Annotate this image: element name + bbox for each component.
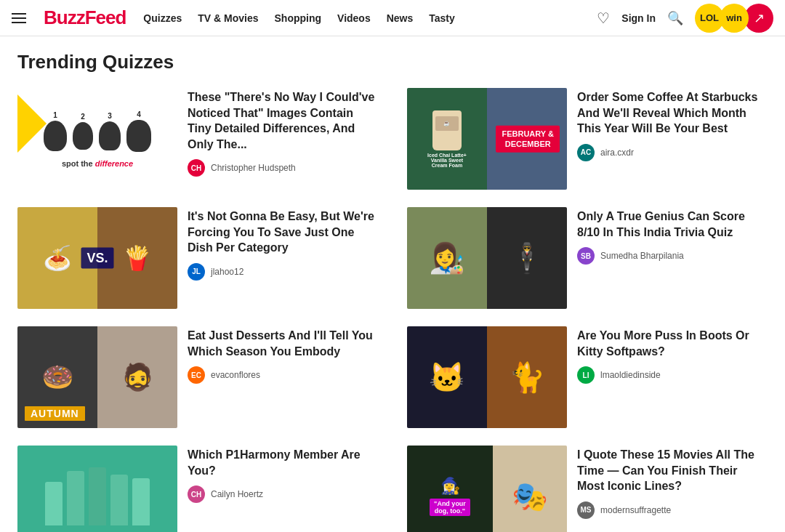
autumn-badge: AUTUMN [25,406,85,421]
quiz-info: Eat Just Desserts And I'll Tell You Whic… [188,326,378,384]
feb-dec-badge: FEBRUARY &DECEMBER [496,126,560,153]
author-avatar: EC [188,366,205,384]
author-name: Christopher Hudspeth [211,163,296,173]
quiz-author: AC aira.cxdr [577,144,768,161]
nav-links: Quizzes TV & Movies Shopping Videos News… [143,12,454,24]
quiz-item[interactable]: 🍝 🍟 VS. It's Not Gonna Be Easy, But We'r… [17,207,378,309]
quiz-thumbnail: 🧙‍♀️ "And yourdog, too." 🎭 [407,446,567,532]
quiz-thumbnail: 👩‍🎨 🕴️ [407,207,567,309]
quiz-thumbnail: 🍩 🧔 AUTUMN [17,326,177,428]
vs-badge: VS. [81,248,113,269]
quiz-title: Order Some Coffee At Starbucks And We'll… [577,89,768,137]
quiz-author: MS modernsuffragette [577,501,768,519]
quiz-author: EC evaconflores [188,366,378,384]
win-badge[interactable]: win [720,4,749,33]
quiz-info: Which P1Harmony Member Are You? CH Caily… [188,446,378,503]
author-name: evaconflores [211,370,260,380]
nav-link-videos[interactable]: Videos [337,12,371,24]
quiz-author: SB Sumedha Bharpilania [577,247,768,265]
nav-link-tv-movies[interactable]: TV & Movies [198,12,258,24]
quiz-thumbnail: 🐱 🐈 [407,326,567,428]
section-title: Trending Quizzes [17,51,768,73]
author-name: lmaoldiedinside [600,370,661,380]
quiz-author: JL jlahoo12 [188,263,378,281]
author-name: Sumedha Bharpilania [600,251,684,261]
nav-link-quizzes[interactable]: Quizzes [143,12,182,24]
quiz-info: I Quote These 15 Movies All The Time — C… [577,446,768,519]
quiz-info: These "There's No Way I Could've Noticed… [188,88,378,177]
quiz-author: CH Cailyn Hoertz [188,485,378,503]
nav-link-news[interactable]: News [387,12,414,24]
quiz-item[interactable]: 👩‍🎨 🕴️ Only A True Genius Can Score 8/10… [407,207,768,309]
author-name: jlahoo12 [211,267,243,277]
navbar: BuzzFeed Quizzes TV & Movies Shopping Vi… [0,0,785,36]
quiz-thumbnail: ☕ Iced Chai Latte+Vanilla SweetCream Foa… [407,88,567,190]
quiz-item[interactable]: 1 2 3 4 spot the difference These "There… [17,88,378,190]
quiz-info: Are You More Puss In Boots Or Kitty Soft… [577,326,768,384]
author-avatar: SB [577,247,595,265]
author-name: modernsuffragette [600,505,671,515]
quiz-item[interactable]: 🐱 🐈 Are You More Puss In Boots Or Kitty … [407,326,768,428]
quiz-grid: 1 2 3 4 spot the difference These "There… [17,88,768,532]
nav-link-tasty[interactable]: Tasty [429,12,455,24]
buzzfeed-logo[interactable]: BuzzFeed [44,7,126,29]
quiz-title: I Quote These 15 Movies All The Time — C… [577,447,768,494]
trend-badge[interactable]: ↗ [744,4,773,33]
lol-badge[interactable]: LOL [695,4,724,33]
quiz-title: It's Not Gonna Be Easy, But We're Forcin… [188,209,378,256]
author-avatar: JL [188,263,205,281]
search-icon[interactable]: 🔍 [667,10,683,26]
main-content: Trending Quizzes 1 2 3 4 spot the differ… [0,36,785,532]
quiz-item[interactable]: 🧙‍♀️ "And yourdog, too." 🎭 I Quote These… [407,446,768,532]
quiz-info: Only A True Genius Can Score 8/10 In Thi… [577,207,768,265]
sign-in-button[interactable]: Sign In [621,12,656,24]
quiz-item[interactable]: Which P1Harmony Member Are You? CH Caily… [17,446,378,532]
author-avatar: CH [188,159,205,177]
author-name: Cailyn Hoertz [211,489,263,499]
nav-right: ♡ Sign In 🔍 LOL win ↗ [597,4,773,33]
quiz-title: Are You More Puss In Boots Or Kitty Soft… [577,328,768,359]
author-name: aira.cxdr [600,148,634,158]
nav-link-shopping[interactable]: Shopping [275,12,322,24]
yellow-triangle-decoration [17,94,47,153]
quiz-author: CH Christopher Hudspeth [188,159,378,177]
author-avatar: MS [577,501,595,519]
quiz-info: It's Not Gonna Be Easy, But We're Forcin… [188,207,378,281]
quiz-title: Eat Just Desserts And I'll Tell You Whic… [188,328,378,359]
quiz-title: Which P1Harmony Member Are You? [188,447,378,478]
quiz-item[interactable]: ☕ Iced Chai Latte+Vanilla SweetCream Foa… [407,88,768,190]
quiz-thumbnail: 🍝 🍟 VS. [17,207,177,309]
quiz-thumbnail [17,446,177,532]
author-avatar: AC [577,144,595,161]
quiz-title: These "There's No Way I Could've Noticed… [188,89,378,152]
quiz-item[interactable]: 🍩 🧔 AUTUMN Eat Just Desserts And I'll Te… [17,326,378,428]
favorites-icon[interactable]: ♡ [597,9,610,27]
nav-badges: LOL win ↗ [695,4,773,33]
author-avatar: LI [577,366,595,384]
author-avatar: CH [188,485,205,503]
quiz-title: Only A True Genius Can Score 8/10 In Thi… [577,209,768,240]
quiz-author: LI lmaoldiedinside [577,366,768,384]
quiz-info: Order Some Coffee At Starbucks And We'll… [577,88,768,161]
hamburger-button[interactable] [12,13,26,23]
